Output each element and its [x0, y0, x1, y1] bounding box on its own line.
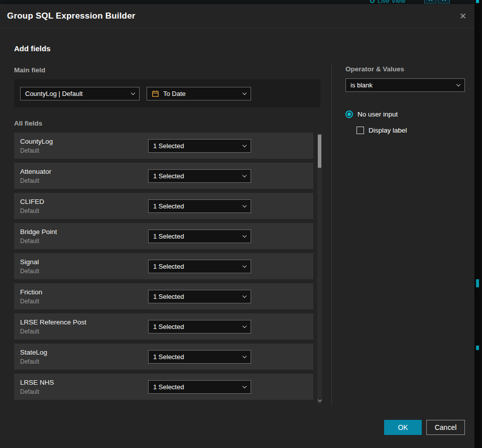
chevron-down-icon [243, 264, 247, 268]
background-toolbar-button [424, 0, 436, 4]
main-field-label: Main field [14, 66, 45, 74]
field-row-clifed: CLIFED Default 1 Selected [14, 193, 313, 219]
dropdown-value: To Date [163, 90, 186, 97]
all-fields-list: CountyLog Default 1 Selected Attenuator … [14, 133, 313, 404]
field-row-countylog: CountyLog Default 1 Selected [14, 133, 313, 159]
scroll-down-arrow-icon[interactable] [317, 398, 321, 402]
group-sql-expression-builder-dialog: Group SQL Expression Builder ✕ Add field… [0, 4, 474, 448]
field-selected-dropdown[interactable]: 1 Selected [148, 139, 251, 153]
dropdown-value: 1 Selected [153, 293, 184, 300]
fields-list-scrollbar[interactable] [317, 134, 322, 404]
scrollbar-thumb[interactable] [318, 135, 321, 168]
dropdown-value: 1 Selected [153, 172, 184, 180]
dropdown-value: CountyLog | Default [25, 90, 83, 97]
display-label-checkbox[interactable]: Display label [356, 127, 407, 134]
background-fragment [476, 279, 479, 287]
field-row-statelog: StateLog Default 1 Selected [14, 344, 313, 370]
background-app-strip: Live View [0, 0, 482, 4]
live-view-indicator: Live View [370, 0, 405, 4]
field-row-friction: Friction Default 1 Selected [14, 283, 313, 309]
operator-dropdown[interactable]: is blank [345, 78, 465, 92]
main-field-dropdown[interactable]: CountyLog | Default [20, 87, 140, 100]
dropdown-value: 1 Selected [153, 323, 184, 330]
field-row-signal: Signal Default 1 Selected [14, 253, 313, 279]
chevron-down-icon [243, 173, 247, 177]
field-selected-dropdown[interactable]: 1 Selected [148, 350, 251, 364]
column-divider [331, 63, 332, 406]
background-fragment [476, 346, 479, 350]
field-row-lrse-reference-post: LRSE Reference Post Default 1 Selected [14, 313, 313, 340]
dialog-header: Group SQL Expression Builder ✕ [0, 4, 474, 28]
dialog-footer: OK Cancel [384, 420, 465, 435]
field-row-attenuator: Attenuator Default 1 Selected [14, 163, 313, 189]
dropdown-value: 1 Selected [153, 233, 184, 240]
chevron-down-icon [131, 90, 135, 94]
chevron-down-icon [243, 324, 247, 328]
chevron-down-icon [243, 384, 247, 388]
no-user-input-radio[interactable]: No user input [345, 110, 398, 118]
main-field-panel: CountyLog | Default To Date [14, 79, 320, 107]
dropdown-value: 1 Selected [153, 202, 184, 210]
chevron-down-icon [243, 90, 247, 94]
background-fragment [476, 0, 479, 3]
section-title-add-fields: Add fields [14, 44, 51, 53]
background-right-strip [474, 0, 482, 448]
field-selected-dropdown[interactable]: 1 Selected [148, 230, 251, 243]
cancel-button[interactable]: Cancel [426, 420, 465, 435]
live-dot-icon [370, 0, 375, 3]
field-selected-dropdown[interactable]: 1 Selected [148, 260, 251, 273]
field-selected-dropdown[interactable]: 1 Selected [148, 290, 251, 303]
live-view-label: Live View [378, 0, 405, 4]
chevron-down-icon [243, 234, 247, 238]
field-selected-dropdown[interactable]: 1 Selected [148, 169, 251, 183]
radio-selected-icon [345, 110, 353, 118]
radio-label: No user input [357, 110, 398, 118]
chevron-down-icon [243, 354, 247, 358]
field-selected-dropdown[interactable]: 1 Selected [148, 380, 251, 394]
chevron-down-icon [243, 294, 247, 298]
field-selected-dropdown[interactable]: 1 Selected [148, 199, 251, 213]
checkbox-unchecked-icon [356, 127, 364, 134]
field-selected-dropdown[interactable]: 1 Selected [148, 320, 251, 333]
operator-values-label: Operator & Values [345, 65, 404, 73]
field-row-lrse-nhs: LRSE NHS Default 1 Selected [14, 374, 313, 400]
dropdown-value: 1 Selected [153, 263, 184, 270]
all-fields-label: All fields [14, 120, 42, 127]
dropdown-value: 1 Selected [153, 383, 184, 391]
calendar-icon [152, 90, 159, 97]
chevron-down-icon [243, 143, 247, 147]
dropdown-value: is blank [350, 81, 373, 89]
dropdown-value: 1 Selected [153, 353, 184, 361]
checkbox-label: Display label [369, 127, 407, 134]
close-icon[interactable]: ✕ [456, 10, 469, 23]
dropdown-value: 1 Selected [153, 142, 184, 150]
chevron-down-icon [456, 82, 460, 86]
chevron-down-icon [243, 203, 247, 207]
main-field-value-dropdown[interactable]: To Date [147, 87, 251, 100]
field-row-bridge-point: Bridge Point Default 1 Selected [14, 223, 313, 249]
ok-button[interactable]: OK [384, 420, 422, 435]
dialog-title: Group SQL Expression Builder [7, 11, 136, 21]
background-toolbar-button [438, 0, 450, 4]
